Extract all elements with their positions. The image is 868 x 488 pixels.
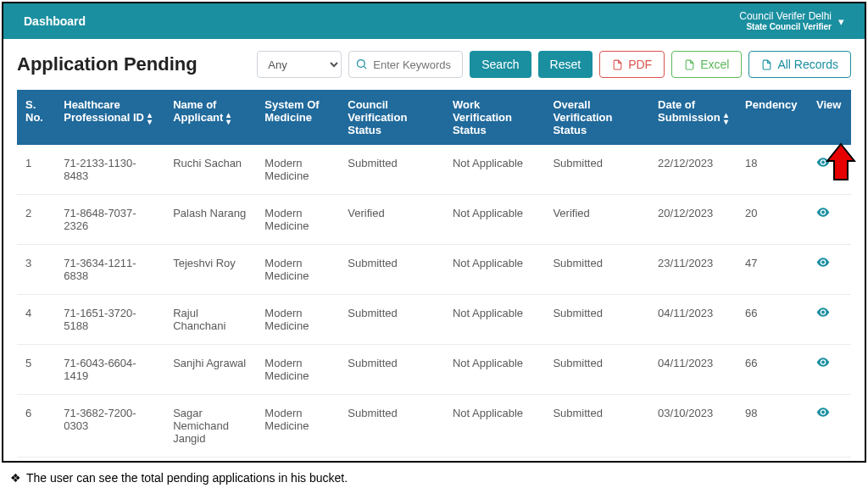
- all-records-label: All Records: [777, 58, 838, 71]
- eye-icon[interactable]: [816, 307, 830, 319]
- cell-name: Palash Narang: [164, 195, 256, 245]
- cell-council: Submitted: [339, 395, 444, 458]
- cell-work: Not Applicable: [444, 195, 545, 245]
- sort-icon: ▴▾: [226, 112, 231, 125]
- cell-overall: Submitted: [544, 245, 649, 295]
- cell-overall: Submitted: [544, 345, 649, 395]
- pdf-icon: [612, 59, 623, 70]
- sort-icon: ▴▾: [147, 112, 152, 125]
- cell-date: 22/12/2023: [649, 145, 737, 195]
- cell-view: [808, 295, 851, 345]
- cell-council: Submitted: [339, 345, 444, 395]
- cell-overall: Submitted: [544, 395, 649, 458]
- cell-work: Not Applicable: [444, 395, 545, 458]
- cell-sno: 3: [17, 245, 55, 295]
- cell-pendency: 47: [737, 245, 808, 295]
- cell-system: Modern Medicine: [256, 195, 339, 245]
- page-title: Application Pending: [17, 53, 231, 75]
- cell-sno: 1: [17, 145, 55, 195]
- cell-name: Rajul Chanchani: [164, 295, 256, 345]
- col-system: System Of Medicine: [256, 90, 339, 145]
- cell-date: 04/11/2023: [649, 345, 737, 395]
- cell-council: Verified: [339, 195, 444, 245]
- col-view: View: [808, 90, 851, 145]
- chevron-down-icon[interactable]: ▾: [838, 15, 844, 28]
- cell-name: Sagar Nemichand Jangid: [164, 395, 256, 458]
- notes-list: ❖The user can see the total pending appl…: [0, 464, 868, 488]
- eye-icon[interactable]: [816, 407, 830, 419]
- note-item: ❖The user can see the total pending appl…: [10, 469, 858, 486]
- topbar: Dashboard Council Verifer Delhi State Co…: [3, 3, 865, 39]
- cell-pendency: 18: [737, 145, 808, 195]
- svg-line-1: [364, 67, 367, 69]
- cell-date: 03/10/2023: [649, 395, 737, 458]
- col-sno: S. No.: [17, 90, 55, 145]
- table-row: 2 71-8648-7037-2326 Palash Narang Modern…: [17, 195, 851, 245]
- cell-hpid: 71-1651-3720-5188: [55, 295, 164, 345]
- eye-icon[interactable]: [816, 257, 830, 269]
- cell-date: 04/11/2023: [649, 295, 737, 345]
- cell-date: 20/12/2023: [649, 195, 737, 245]
- col-name[interactable]: Name of Applicant▴▾: [164, 90, 256, 145]
- excel-icon: [684, 59, 695, 70]
- annotation-arrow: [826, 142, 856, 186]
- excel-label: Excel: [700, 58, 729, 71]
- col-pendency: Pendency: [737, 90, 808, 145]
- table-row: 1 71-2133-1130-8483 Ruchi Sachan Modern …: [17, 145, 851, 195]
- cell-hpid: 71-2133-1130-8483: [55, 145, 164, 195]
- cell-hpid: 71-6043-6604-1419: [55, 345, 164, 395]
- svg-marker-2: [827, 144, 854, 180]
- col-date[interactable]: Date of Submission▴▾: [649, 90, 737, 145]
- col-work: Work Verification Status: [444, 90, 545, 145]
- svg-point-0: [358, 60, 365, 68]
- search-button[interactable]: Search: [470, 51, 531, 78]
- cell-work: Not Applicable: [444, 145, 545, 195]
- eye-icon[interactable]: [816, 207, 830, 219]
- cell-pendency: 66: [737, 295, 808, 345]
- records-icon: [761, 59, 772, 70]
- excel-button[interactable]: Excel: [671, 51, 742, 78]
- cell-hpid: 71-3682-7200-0303: [55, 395, 164, 458]
- reset-button[interactable]: Reset: [538, 51, 593, 78]
- sort-icon: ▴▾: [724, 112, 728, 125]
- cell-sno: 2: [17, 195, 55, 245]
- cell-council: Submitted: [339, 295, 444, 345]
- cell-pendency: 20: [737, 195, 808, 245]
- pdf-button[interactable]: PDF: [599, 51, 665, 78]
- cell-pendency: 66: [737, 345, 808, 395]
- cell-name: Tejeshvi Roy: [164, 245, 256, 295]
- col-council: Council Verification Status: [339, 90, 444, 145]
- cell-view: [808, 395, 851, 458]
- cell-system: Modern Medicine: [256, 295, 339, 345]
- cell-system: Modern Medicine: [256, 245, 339, 295]
- eye-icon[interactable]: [816, 357, 830, 369]
- cell-council: Submitted: [339, 145, 444, 195]
- cell-system: Modern Medicine: [256, 395, 339, 458]
- cell-overall: Submitted: [544, 145, 649, 195]
- col-overall: Overall Verification Status: [544, 90, 649, 145]
- pdf-label: PDF: [628, 58, 652, 71]
- user-name: Council Verifer Delhi: [739, 10, 832, 22]
- cell-work: Not Applicable: [444, 345, 545, 395]
- cell-system: Modern Medicine: [256, 345, 339, 395]
- cell-work: Not Applicable: [444, 295, 545, 345]
- cell-overall: Submitted: [544, 295, 649, 345]
- col-hpid[interactable]: Healthcare Professional ID▴▾: [55, 90, 164, 145]
- cell-sno: 4: [17, 295, 55, 345]
- cell-council: Submitted: [339, 245, 444, 295]
- user-menu[interactable]: Council Verifer Delhi State Council Veri…: [739, 10, 832, 32]
- cell-hpid: 71-3634-1211-6838: [55, 245, 164, 295]
- cell-view: [808, 345, 851, 395]
- cell-view: [808, 245, 851, 295]
- all-records-button[interactable]: All Records: [748, 51, 851, 78]
- cell-sno: 5: [17, 345, 55, 395]
- applications-table: S. No. Healthcare Professional ID▴▾ Name…: [17, 90, 851, 458]
- cell-name: Ruchi Sachan: [164, 145, 256, 195]
- cell-overall: Verified: [544, 195, 649, 245]
- cell-work: Not Applicable: [444, 245, 545, 295]
- dashboard-link[interactable]: Dashboard: [24, 14, 86, 28]
- filter-select[interactable]: Any: [257, 51, 342, 78]
- user-role: State Council Verifier: [739, 22, 832, 32]
- table-row: 5 71-6043-6604-1419 Sanjhi Agrawal Moder…: [17, 345, 851, 395]
- search-icon: [355, 58, 368, 70]
